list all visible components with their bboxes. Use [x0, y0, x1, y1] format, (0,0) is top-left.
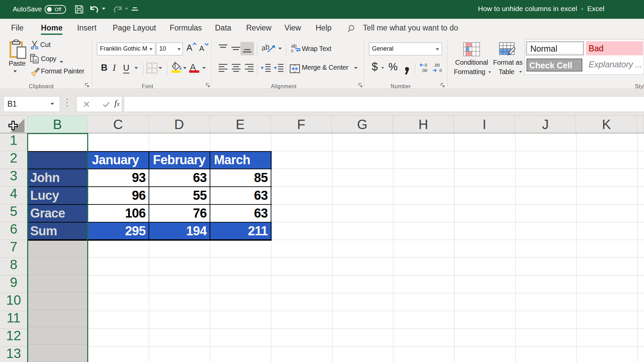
- svg-text:0: 0: [425, 63, 427, 68]
- svg-text:.00: .00: [421, 68, 427, 73]
- svg-text:0: 0: [439, 68, 442, 73]
- svg-text:.00: .00: [434, 63, 440, 68]
